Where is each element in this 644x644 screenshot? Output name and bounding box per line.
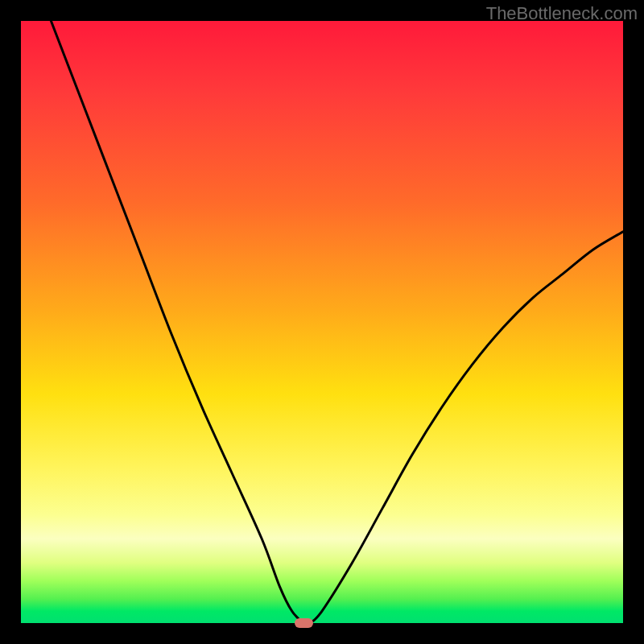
curve-svg bbox=[21, 21, 623, 623]
watermark-text: TheBottleneck.com bbox=[486, 3, 638, 24]
plot-area bbox=[21, 21, 623, 623]
chart-container: TheBottleneck.com bbox=[0, 0, 644, 644]
optimal-marker bbox=[295, 618, 312, 628]
bottleneck-curve bbox=[51, 21, 623, 623]
